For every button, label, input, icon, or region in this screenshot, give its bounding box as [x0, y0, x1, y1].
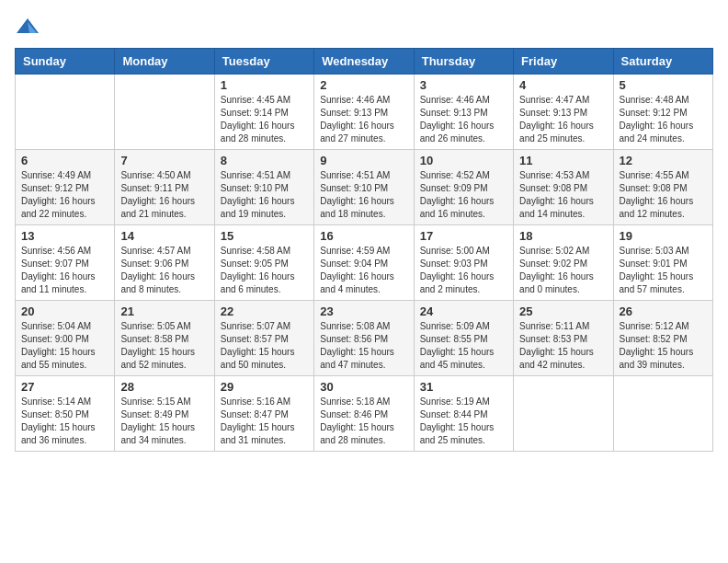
day-info: Sunrise: 5:12 AM Sunset: 8:52 PM Dayligh…: [620, 320, 707, 372]
calendar-day-cell: 10Sunrise: 4:52 AM Sunset: 9:09 PM Dayli…: [414, 150, 513, 225]
day-number: 8: [221, 154, 308, 167]
day-number: 10: [420, 154, 507, 167]
calendar-day-cell: 25Sunrise: 5:11 AM Sunset: 8:53 PM Dayli…: [514, 301, 613, 376]
calendar-week-row: 27Sunrise: 5:14 AM Sunset: 8:50 PM Dayli…: [16, 376, 713, 452]
day-number: 17: [420, 229, 507, 243]
calendar-day-cell: 31Sunrise: 5:19 AM Sunset: 8:44 PM Dayli…: [414, 376, 513, 452]
day-number: 11: [519, 154, 607, 167]
day-info: Sunrise: 4:50 AM Sunset: 9:11 PM Dayligh…: [120, 169, 208, 221]
calendar-day-cell: 20Sunrise: 5:04 AM Sunset: 9:00 PM Dayli…: [16, 301, 115, 376]
calendar-day-cell: 18Sunrise: 5:02 AM Sunset: 9:02 PM Dayli…: [514, 225, 613, 301]
empty-cell: [115, 75, 214, 150]
day-number: 21: [120, 304, 208, 318]
day-number: 1: [221, 78, 308, 92]
calendar-day-cell: 27Sunrise: 5:14 AM Sunset: 8:50 PM Dayli…: [16, 376, 115, 452]
calendar-day-cell: 13Sunrise: 4:56 AM Sunset: 9:07 PM Dayli…: [16, 225, 115, 301]
day-number: 6: [21, 154, 108, 167]
header: [15, 15, 713, 40]
calendar-day-cell: 22Sunrise: 5:07 AM Sunset: 8:57 PM Dayli…: [214, 301, 313, 376]
calendar-day-cell: 7Sunrise: 4:50 AM Sunset: 9:11 PM Daylig…: [115, 150, 214, 225]
day-info: Sunrise: 4:53 AM Sunset: 9:08 PM Dayligh…: [519, 169, 607, 221]
day-number: 31: [420, 380, 507, 394]
calendar-day-cell: 29Sunrise: 5:16 AM Sunset: 8:47 PM Dayli…: [214, 376, 313, 452]
day-info: Sunrise: 5:18 AM Sunset: 8:46 PM Dayligh…: [320, 396, 407, 447]
weekday-header-saturday: Saturday: [613, 49, 712, 75]
calendar-day-cell: 17Sunrise: 5:00 AM Sunset: 9:03 PM Dayli…: [414, 225, 513, 301]
day-number: 9: [320, 154, 407, 167]
day-number: 2: [320, 78, 407, 92]
calendar-day-cell: 16Sunrise: 4:59 AM Sunset: 9:04 PM Dayli…: [314, 225, 414, 301]
day-info: Sunrise: 5:08 AM Sunset: 8:56 PM Dayligh…: [320, 320, 407, 372]
day-info: Sunrise: 4:46 AM Sunset: 9:13 PM Dayligh…: [420, 94, 507, 145]
day-info: Sunrise: 5:03 AM Sunset: 9:01 PM Dayligh…: [620, 245, 707, 296]
day-number: 7: [120, 154, 208, 167]
day-number: 26: [620, 304, 707, 318]
calendar-week-row: 1Sunrise: 4:45 AM Sunset: 9:14 PM Daylig…: [16, 75, 713, 150]
day-number: 3: [420, 78, 507, 92]
day-number: 27: [21, 380, 108, 394]
day-info: Sunrise: 4:47 AM Sunset: 9:13 PM Dayligh…: [519, 94, 607, 145]
calendar-week-row: 13Sunrise: 4:56 AM Sunset: 9:07 PM Dayli…: [16, 225, 713, 301]
svg-marker-0: [17, 18, 39, 33]
calendar-day-cell: 2Sunrise: 4:46 AM Sunset: 9:13 PM Daylig…: [314, 75, 414, 150]
day-number: 19: [620, 229, 707, 243]
day-info: Sunrise: 5:04 AM Sunset: 9:00 PM Dayligh…: [21, 320, 108, 372]
day-info: Sunrise: 5:09 AM Sunset: 8:55 PM Dayligh…: [420, 320, 507, 372]
day-info: Sunrise: 5:05 AM Sunset: 8:58 PM Dayligh…: [120, 320, 208, 372]
day-info: Sunrise: 4:51 AM Sunset: 9:10 PM Dayligh…: [320, 169, 407, 221]
calendar-day-cell: 9Sunrise: 4:51 AM Sunset: 9:10 PM Daylig…: [314, 150, 414, 225]
day-number: 5: [620, 78, 707, 92]
day-info: Sunrise: 5:11 AM Sunset: 8:53 PM Dayligh…: [519, 320, 607, 372]
calendar-day-cell: 4Sunrise: 4:47 AM Sunset: 9:13 PM Daylig…: [514, 75, 613, 150]
day-info: Sunrise: 4:51 AM Sunset: 9:10 PM Dayligh…: [221, 169, 308, 221]
day-info: Sunrise: 5:00 AM Sunset: 9:03 PM Dayligh…: [420, 245, 507, 296]
weekday-header-tuesday: Tuesday: [214, 49, 313, 75]
day-info: Sunrise: 5:02 AM Sunset: 9:02 PM Dayligh…: [519, 245, 607, 296]
day-number: 20: [21, 304, 108, 318]
logo: [15, 15, 44, 40]
calendar-day-cell: 15Sunrise: 4:58 AM Sunset: 9:05 PM Dayli…: [214, 225, 313, 301]
calendar-table: SundayMondayTuesdayWednesdayThursdayFrid…: [15, 48, 713, 452]
day-number: 25: [519, 304, 607, 318]
day-info: Sunrise: 4:59 AM Sunset: 9:04 PM Dayligh…: [320, 245, 407, 296]
empty-cell: [16, 75, 115, 150]
weekday-header-wednesday: Wednesday: [314, 49, 414, 75]
day-info: Sunrise: 5:15 AM Sunset: 8:49 PM Dayligh…: [120, 396, 208, 447]
calendar-day-cell: 3Sunrise: 4:46 AM Sunset: 9:13 PM Daylig…: [414, 75, 513, 150]
day-number: 16: [320, 229, 407, 243]
day-info: Sunrise: 4:55 AM Sunset: 9:08 PM Dayligh…: [620, 169, 707, 221]
day-info: Sunrise: 4:45 AM Sunset: 9:14 PM Dayligh…: [221, 94, 308, 145]
calendar-day-cell: 28Sunrise: 5:15 AM Sunset: 8:49 PM Dayli…: [115, 376, 214, 452]
day-info: Sunrise: 4:58 AM Sunset: 9:05 PM Dayligh…: [221, 245, 308, 296]
calendar-day-cell: 1Sunrise: 4:45 AM Sunset: 9:14 PM Daylig…: [214, 75, 313, 150]
calendar-day-cell: 26Sunrise: 5:12 AM Sunset: 8:52 PM Dayli…: [613, 301, 712, 376]
calendar-week-row: 20Sunrise: 5:04 AM Sunset: 9:00 PM Dayli…: [16, 301, 713, 376]
calendar-day-cell: 19Sunrise: 5:03 AM Sunset: 9:01 PM Dayli…: [613, 225, 712, 301]
weekday-header-sunday: Sunday: [16, 49, 115, 75]
calendar-day-cell: 21Sunrise: 5:05 AM Sunset: 8:58 PM Dayli…: [115, 301, 214, 376]
calendar-day-cell: 6Sunrise: 4:49 AM Sunset: 9:12 PM Daylig…: [16, 150, 115, 225]
day-info: Sunrise: 4:56 AM Sunset: 9:07 PM Dayligh…: [21, 245, 108, 296]
weekday-header-row: SundayMondayTuesdayWednesdayThursdayFrid…: [16, 49, 713, 75]
logo-icon: [15, 15, 40, 40]
weekday-header-monday: Monday: [115, 49, 214, 75]
calendar-day-cell: 5Sunrise: 4:48 AM Sunset: 9:12 PM Daylig…: [613, 75, 712, 150]
day-info: Sunrise: 4:57 AM Sunset: 9:06 PM Dayligh…: [120, 245, 208, 296]
day-info: Sunrise: 5:19 AM Sunset: 8:44 PM Dayligh…: [420, 396, 507, 447]
calendar-day-cell: 24Sunrise: 5:09 AM Sunset: 8:55 PM Dayli…: [414, 301, 513, 376]
day-number: 22: [221, 304, 308, 318]
day-number: 28: [120, 380, 208, 394]
day-number: 14: [120, 229, 208, 243]
calendar-day-cell: 8Sunrise: 4:51 AM Sunset: 9:10 PM Daylig…: [214, 150, 313, 225]
day-info: Sunrise: 5:07 AM Sunset: 8:57 PM Dayligh…: [221, 320, 308, 372]
day-number: 12: [620, 154, 707, 167]
day-number: 29: [221, 380, 308, 394]
day-number: 30: [320, 380, 407, 394]
day-number: 18: [519, 229, 607, 243]
day-number: 4: [519, 78, 607, 92]
day-info: Sunrise: 4:52 AM Sunset: 9:09 PM Dayligh…: [420, 169, 507, 221]
calendar-day-cell: 11Sunrise: 4:53 AM Sunset: 9:08 PM Dayli…: [514, 150, 613, 225]
calendar-day-cell: 30Sunrise: 5:18 AM Sunset: 8:46 PM Dayli…: [314, 376, 414, 452]
empty-cell: [613, 376, 712, 452]
calendar-day-cell: 14Sunrise: 4:57 AM Sunset: 9:06 PM Dayli…: [115, 225, 214, 301]
